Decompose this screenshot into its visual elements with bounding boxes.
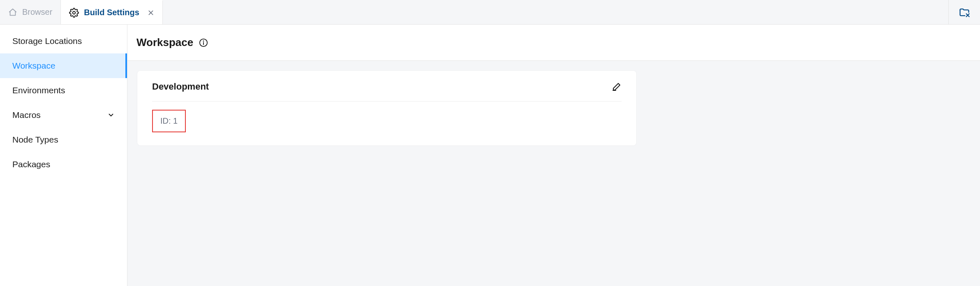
sidebar-item-workspace[interactable]: Workspace [0, 53, 127, 78]
sidebar-item-node-types[interactable]: Node Types [0, 127, 127, 152]
sidebar: Storage Locations Workspace Environments… [0, 25, 127, 286]
tabs-right-actions [948, 0, 980, 24]
folder-close-icon[interactable] [959, 7, 970, 18]
sidebar-item-label: Macros [12, 110, 41, 120]
page-title: Workspace [136, 36, 193, 49]
sidebar-item-label: Environments [12, 85, 65, 95]
sidebar-item-environments[interactable]: Environments [0, 78, 127, 103]
card-header: Development [152, 81, 622, 101]
sidebar-item-packages[interactable]: Packages [0, 152, 127, 177]
tab-build-settings[interactable]: Build Settings [61, 0, 162, 24]
edit-button[interactable] [612, 82, 622, 92]
gear-icon [69, 8, 79, 18]
sidebar-item-macros[interactable]: Macros [0, 103, 127, 127]
home-icon [8, 8, 17, 17]
close-icon[interactable] [148, 9, 154, 16]
workspace-id-box: ID: 1 [152, 110, 186, 132]
svg-point-7 [203, 41, 204, 41]
pencil-icon [612, 82, 622, 92]
sidebar-item-storage-locations[interactable]: Storage Locations [0, 29, 127, 53]
main-layout: Storage Locations Workspace Environments… [0, 25, 980, 286]
svg-point-0 [73, 11, 75, 14]
chevron-down-icon [107, 111, 115, 119]
tab-label: Browser [22, 7, 52, 17]
tab-label: Build Settings [84, 8, 139, 17]
sidebar-item-label: Node Types [12, 135, 58, 145]
sidebar-item-label: Workspace [12, 61, 55, 71]
workspace-card: Development ID: 1 [137, 71, 636, 145]
content-body: Development ID: 1 [127, 61, 980, 155]
card-title: Development [152, 81, 209, 92]
content-area: Workspace Development [127, 25, 980, 286]
tab-browser[interactable]: Browser [0, 0, 61, 24]
info-icon[interactable] [199, 38, 208, 47]
workspace-id-text: ID: 1 [160, 116, 178, 125]
tabs-bar: Browser Build Settings [0, 0, 980, 25]
content-header: Workspace [127, 25, 980, 61]
sidebar-item-label: Storage Locations [12, 36, 82, 46]
sidebar-item-label: Packages [12, 159, 50, 169]
